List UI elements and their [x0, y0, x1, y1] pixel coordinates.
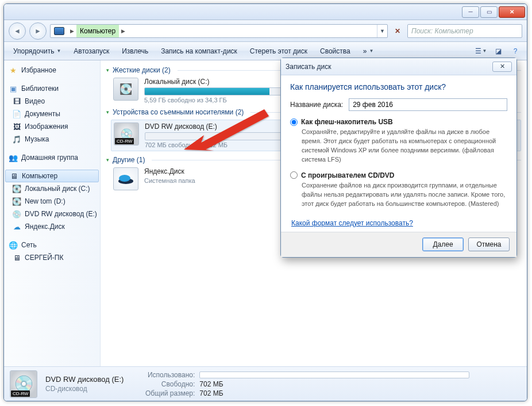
chevron-right-icon[interactable]: ▶: [68, 28, 76, 34]
drive-icon: 💽: [12, 184, 21, 193]
status-title: DVD RW дисковод (E:): [45, 375, 124, 384]
maximize-button[interactable]: ▭: [480, 6, 498, 18]
star-icon: ★: [9, 66, 18, 75]
drive-name: Яндекс.Диск: [144, 167, 294, 175]
pictures-icon: 🖼: [12, 122, 21, 131]
homegroup-icon: 👥: [9, 153, 18, 162]
yandex-disk-icon: [113, 167, 138, 190]
svg-point-1: [119, 175, 130, 182]
cancel-button[interactable]: Отмена: [468, 238, 510, 251]
sidebar-documents[interactable]: 📄Документы: [5, 108, 99, 120]
drive-name: DVD RW дисковод (E:): [145, 122, 294, 131]
drive-subtitle: 702 МБ свободно из 702 МБ: [145, 141, 294, 148]
option-usb-radio[interactable]: [290, 118, 298, 126]
preview-pane-button[interactable]: ◪: [491, 44, 505, 58]
disc-icon: 💿CD-RW: [114, 122, 139, 145]
burn-button[interactable]: Запись на компакт-диск: [156, 45, 242, 58]
burn-disc-dialog: Записать диск ✕ Как планируется использо…: [280, 58, 517, 258]
option-cddvd-desc: Сохранение файлов на диск производится г…: [290, 181, 507, 209]
status-bar: 💿CD-RW DVD RW дисковод (E:) CD-дисковод …: [4, 366, 527, 401]
pc-icon: 🖥: [12, 253, 21, 262]
disc-name-label: Название диска:: [290, 101, 343, 109]
music-icon: 🎵: [12, 135, 21, 144]
hdd-icon: 💽: [113, 78, 138, 101]
status-subtitle: CD-дисковод: [45, 385, 124, 393]
usage-bar: [144, 87, 294, 95]
disc-name-input[interactable]: [349, 98, 507, 111]
system-menu[interactable]: »▼: [358, 45, 379, 58]
drive-subtitle: 5,59 ГБ свободно из 34,3 ГБ: [144, 97, 294, 104]
titlebar: ─ ▭ ✕: [4, 4, 527, 20]
properties-button[interactable]: Свойства: [315, 45, 355, 58]
sidebar-dvd[interactable]: 💿DVD RW дисковод (E:): [5, 208, 99, 220]
forward-button[interactable]: ►: [29, 22, 47, 40]
option-usb-desc: Сохраняйте, редактируйте и удаляйте файл…: [290, 128, 507, 164]
libraries-icon: ▣: [9, 84, 18, 93]
help-button[interactable]: ?: [508, 44, 522, 58]
back-button[interactable]: ◄: [9, 22, 26, 40]
autoplay-button[interactable]: Автозапуск: [69, 45, 114, 58]
sidebar-yandex[interactable]: ☁Яндекс.Диск: [5, 220, 99, 233]
nav-row: ◄ ► ▶ Компьютер ▶ ▼ ✕ Поиск: Компьютер: [4, 20, 527, 42]
chevron-right-icon[interactable]: ▶: [119, 28, 128, 34]
drive-subtitle: Системная папка: [144, 177, 294, 184]
eject-button[interactable]: Извлечь: [117, 45, 153, 58]
help-link[interactable]: Какой формат следует использовать?: [291, 219, 413, 227]
minimize-button[interactable]: ─: [462, 6, 479, 18]
sidebar-network[interactable]: 🌐Сеть: [5, 239, 99, 251]
sidebar-local-c[interactable]: 💽Локальный диск (C:): [5, 182, 99, 195]
computer-icon: [54, 27, 64, 35]
close-button[interactable]: ✕: [499, 6, 525, 18]
drive-name: Локальный диск (C:): [144, 78, 294, 86]
dialog-titlebar: Записать диск ✕: [281, 58, 516, 75]
document-icon: 📄: [12, 109, 21, 118]
dialog-close-button[interactable]: ✕: [492, 62, 512, 72]
address-dropdown[interactable]: ▼: [377, 25, 387, 37]
cloud-icon: ☁: [12, 222, 21, 231]
sidebar-libraries[interactable]: ▣Библиотеки: [5, 82, 99, 95]
dialog-title: Записать диск: [286, 63, 331, 71]
sidebar-new-tom[interactable]: 💽New tom (D:): [5, 195, 99, 208]
sidebar-pictures[interactable]: 🖼Изображения: [5, 120, 99, 133]
usage-bar: [145, 132, 294, 140]
dialog-heading: Как планируется использовать этот диск?: [290, 82, 507, 91]
breadcrumb-computer[interactable]: Компьютер: [76, 25, 119, 37]
address-bar[interactable]: ▶ Компьютер ▶ ▼: [50, 24, 388, 38]
organize-button[interactable]: Упорядочить▼: [9, 45, 65, 58]
option-cddvd-radio[interactable]: [290, 171, 298, 179]
disc-icon: 💿CD-RW: [10, 370, 37, 398]
computer-icon: 🖥: [9, 171, 18, 181]
sidebar-computer[interactable]: 🖥Компьютер: [5, 170, 99, 182]
sidebar-favorites[interactable]: ★Избранное: [5, 64, 99, 76]
sidebar-homegroup[interactable]: 👥Домашняя группа: [5, 151, 99, 164]
sidebar-sergey-pc[interactable]: 🖥СЕРГЕЙ-ПК: [5, 251, 99, 264]
search-input[interactable]: Поиск: Компьютер: [407, 24, 522, 38]
sidebar-videos[interactable]: 🎞Видео: [5, 95, 99, 108]
drive-icon: 💽: [12, 197, 21, 206]
sidebar: ★Избранное ▣Библиотеки 🎞Видео 📄Документы…: [4, 60, 101, 366]
used-bar: [199, 371, 469, 378]
stop-button[interactable]: ✕: [391, 25, 404, 37]
view-button[interactable]: ☰▼: [474, 44, 488, 58]
disc-icon: 💿: [12, 209, 21, 219]
erase-button[interactable]: Стереть этот диск: [245, 45, 312, 58]
network-icon: 🌐: [9, 240, 18, 250]
next-button[interactable]: Далее: [422, 238, 464, 251]
sidebar-music[interactable]: 🎵Музыка: [5, 133, 99, 145]
video-icon: 🎞: [12, 97, 21, 106]
